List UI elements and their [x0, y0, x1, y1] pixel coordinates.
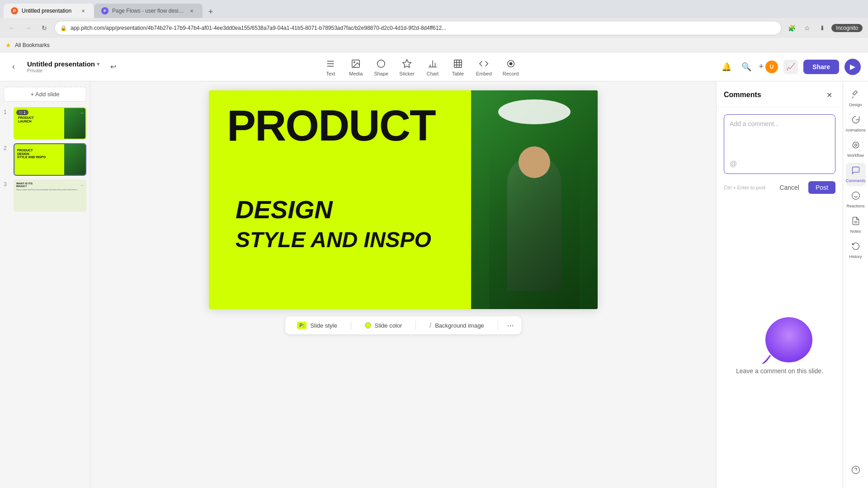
right-panel-comments[interactable]: Comments: [846, 163, 866, 186]
right-panel-reactions[interactable]: Reactions: [846, 188, 866, 211]
undo-button[interactable]: ↩: [107, 61, 119, 73]
slide-color-swatch: [365, 322, 371, 328]
design-icon: [851, 90, 860, 101]
model-figure: [489, 137, 580, 309]
header-right: 🔔 🔍 + U 📈 Share ▶: [719, 59, 861, 75]
slide-badge-1: O 1: [16, 110, 28, 115]
presentation-subtitle: Private: [27, 68, 99, 73]
divider-2: [415, 321, 416, 330]
bookmarks-item[interactable]: All Bookmarks: [15, 42, 50, 48]
slide-item-1[interactable]: 1 O 1 PRODUCTLAUNCH −: [4, 107, 86, 140]
post-comment-button[interactable]: Post: [808, 181, 835, 194]
slide-thumb-2[interactable]: PRODUCTDESIGNSTYLE AND INSPO: [14, 143, 86, 176]
tab-title-pitch: Untitled presentation: [22, 8, 76, 14]
toolbar-table[interactable]: Table: [446, 55, 470, 79]
user-avatar: U: [765, 61, 778, 73]
search-button[interactable]: 🔍: [739, 60, 754, 74]
address-bar[interactable]: 🔒 app.pitch.com/app/presentation/4b74b27…: [54, 21, 782, 35]
right-panel-help[interactable]: [846, 459, 866, 483]
toolbar-embed[interactable]: Embed: [472, 55, 496, 79]
new-tab-button[interactable]: +: [204, 5, 217, 18]
reactions-icon: [851, 191, 860, 202]
right-panel-animations[interactable]: Animations: [846, 112, 866, 136]
slide-style-icon: P:: [297, 322, 307, 329]
toolbar-text[interactable]: Text: [319, 55, 342, 79]
comments-header: Comments ✕: [717, 81, 843, 107]
comments-close-button[interactable]: ✕: [823, 89, 835, 101]
play-presentation-button[interactable]: ▶: [844, 59, 861, 75]
design-text: DESIGN: [236, 196, 472, 224]
more-options-button[interactable]: ···: [507, 321, 514, 330]
back-button[interactable]: ←: [5, 22, 18, 34]
tab-pitch[interactable]: P Untitled presentation ✕: [4, 4, 94, 18]
slide-item-3[interactable]: 3 − WHAT IS ITSMAGIC? Some content text …: [4, 179, 86, 212]
cancel-comment-button[interactable]: Cancel: [774, 181, 805, 194]
white-oval-decoration: [498, 99, 571, 124]
security-icon: 🔒: [60, 25, 67, 31]
slide-canvas[interactable]: PRODUCT DESIGN STYLE AND INSPO: [209, 90, 598, 309]
slide-number-2: 2: [4, 143, 11, 151]
tab-favicon-pageflows: P: [101, 7, 108, 14]
add-slide-button[interactable]: + Add slide: [4, 87, 86, 102]
tab-close-pageflows[interactable]: ✕: [188, 7, 195, 14]
svg-point-12: [854, 144, 857, 146]
extensions-icon[interactable]: 🧩: [785, 22, 798, 34]
sidebar-toggle-button[interactable]: ‹: [7, 61, 20, 73]
slide-thumb-1[interactable]: O 1 PRODUCTLAUNCH −: [14, 107, 86, 140]
add-user-button[interactable]: + U: [759, 61, 778, 73]
browser-actions: 🧩 ☆ ⬇ Incognito: [785, 22, 863, 34]
slide-sidebar: + Add slide 1 O 1 PRODUCTLAUNCH −: [0, 81, 90, 488]
slide-thumb-3[interactable]: − WHAT IS ITSMAGIC? Some content text fr…: [14, 179, 86, 212]
slide-number-1: 1: [4, 107, 11, 115]
background-image-button[interactable]: / Background image: [425, 320, 488, 331]
media-icon: [349, 57, 362, 70]
comments-panel: Comments ✕ @ Ctrl + Enter to post Cancel…: [716, 81, 843, 488]
svg-point-13: [853, 142, 859, 148]
dropdown-arrow-icon[interactable]: ▾: [97, 61, 99, 67]
bookmark-star-icon[interactable]: ☆: [801, 22, 813, 34]
right-panel-history[interactable]: History: [846, 239, 866, 262]
slide-more-3[interactable]: −: [80, 182, 84, 188]
help-icon: [851, 465, 860, 477]
url-text: app.pitch.com/app/presentation/4b74b27e-…: [71, 25, 776, 31]
tab-close-pitch[interactable]: ✕: [80, 7, 87, 14]
tab-title-pageflows: Page Flows - user flow design in...: [112, 8, 184, 14]
refresh-button[interactable]: ↻: [38, 22, 51, 34]
analytics-button[interactable]: 📈: [783, 60, 798, 74]
style-text: STYLE AND INSPO: [236, 228, 472, 252]
divider-1: [351, 321, 351, 330]
product-main-text: PRODUCT: [227, 104, 435, 147]
slide-more-1[interactable]: −: [80, 110, 84, 116]
record-icon: [505, 57, 517, 70]
comment-form-actions: Ctrl + Enter to post Cancel Post: [717, 181, 843, 201]
right-panel: Design Animations Workflow Comments: [843, 81, 868, 488]
slide-color-label: Slide color: [375, 322, 402, 329]
bookmarks-star-icon: ★: [5, 42, 11, 49]
toolbar-media[interactable]: Media: [344, 55, 368, 79]
tab-pageflows[interactable]: P Page Flows - user flow design in... ✕: [94, 4, 203, 18]
workflow-icon: [851, 141, 860, 152]
svg-point-2: [377, 60, 385, 67]
share-button[interactable]: Share: [803, 60, 839, 74]
right-panel-design[interactable]: Design: [846, 87, 866, 110]
notifications-button[interactable]: 🔔: [719, 60, 734, 74]
right-panel-workflow[interactable]: Workflow: [846, 137, 866, 161]
forward-button[interactable]: →: [22, 22, 34, 34]
history-icon: [851, 242, 860, 253]
download-icon[interactable]: ⬇: [816, 22, 829, 34]
svg-rect-8: [454, 60, 462, 67]
slide-item-2[interactable]: 2 PRODUCTDESIGNSTYLE AND INSPO: [4, 143, 86, 176]
toolbar-shape[interactable]: Shape: [369, 55, 393, 79]
slide-content: PRODUCT DESIGN STYLE AND INSPO: [209, 90, 598, 309]
text-icon: [324, 57, 337, 70]
toolbar-sticker[interactable]: Sticker: [395, 55, 419, 79]
presentation-title: Untitled presentation ▾: [27, 60, 99, 68]
right-panel-notes[interactable]: Notes: [846, 213, 866, 237]
slide-image-panel: [471, 90, 598, 309]
slide-color-button[interactable]: Slide color: [360, 320, 407, 331]
slide-style-button[interactable]: P: Slide style: [292, 320, 341, 331]
toolbar-record[interactable]: Record: [498, 55, 523, 79]
comment-input-field[interactable]: [730, 120, 830, 156]
mention-button[interactable]: @: [730, 160, 737, 168]
toolbar-chart[interactable]: Chart: [421, 55, 444, 79]
